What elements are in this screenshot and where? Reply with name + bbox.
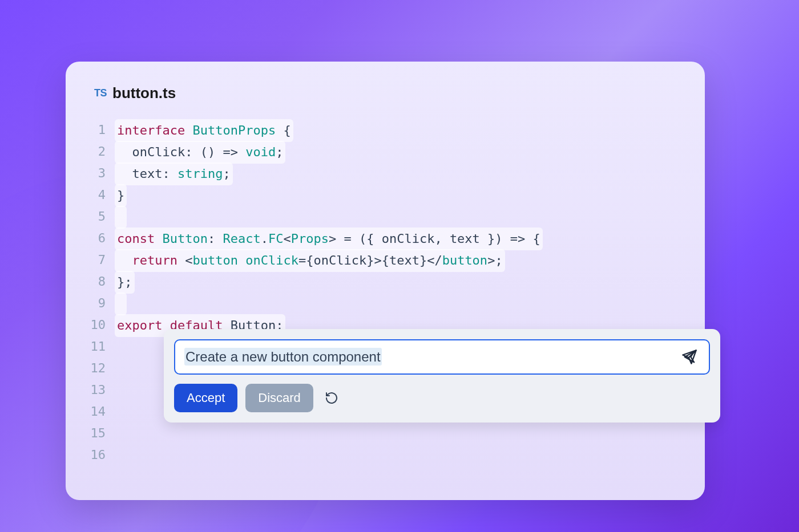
line-number-gutter: 1 2 3 4 5 6 7 8 9 10 11 12 13 14 15 16 (88, 119, 117, 466)
send-icon (681, 349, 697, 365)
tab-bar: TS button.ts (66, 84, 705, 119)
typescript-icon: TS (94, 87, 107, 99)
refresh-button[interactable] (321, 388, 342, 408)
refresh-icon (325, 391, 338, 405)
line-number: 8 (88, 271, 106, 293)
line-number: 1 (88, 119, 106, 141)
editor-window: TS button.ts 1 2 3 4 5 6 7 8 9 10 11 12 … (66, 62, 705, 500)
code-area: 1 2 3 4 5 6 7 8 9 10 11 12 13 14 15 16 i… (66, 119, 705, 466)
code-line: const Button: React.FC<Props> = ({ onCli… (117, 228, 705, 249)
code-line: text: string; (117, 163, 705, 184)
line-number: 7 (88, 249, 106, 271)
line-number: 2 (88, 141, 106, 163)
code-line (117, 293, 705, 314)
prompt-input[interactable]: Create a new button component (184, 346, 679, 368)
line-number: 10 (88, 314, 106, 336)
prompt-actions: Accept Discard (174, 384, 710, 412)
code-content[interactable]: interface ButtonProps { onClick: () => v… (117, 119, 705, 466)
code-line: return <button onClick={onClick}>{text}<… (117, 249, 705, 271)
line-number: 11 (88, 336, 106, 358)
line-number: 14 (88, 401, 106, 423)
line-number: 16 (88, 444, 106, 466)
line-number: 9 (88, 293, 106, 314)
line-number: 13 (88, 379, 106, 401)
prompt-input-wrap: Create a new button component (174, 339, 710, 375)
tab-filename[interactable]: button.ts (112, 84, 176, 102)
code-line: onClick: () => void; (117, 141, 705, 163)
line-number: 5 (88, 206, 106, 228)
code-line (117, 206, 705, 228)
code-line: }; (117, 271, 705, 293)
code-line: interface ButtonProps { (117, 119, 705, 141)
line-number: 15 (88, 423, 106, 444)
send-button[interactable] (679, 347, 700, 367)
line-number: 3 (88, 163, 106, 184)
ai-prompt-panel: Create a new button component Accept Dis… (164, 329, 720, 423)
line-number: 4 (88, 184, 106, 206)
code-line: } (117, 184, 705, 206)
code-line (117, 423, 705, 444)
line-number: 12 (88, 358, 106, 379)
accept-button[interactable]: Accept (174, 384, 237, 412)
discard-button[interactable]: Discard (245, 384, 313, 412)
code-line (117, 444, 705, 466)
line-number: 6 (88, 228, 106, 249)
